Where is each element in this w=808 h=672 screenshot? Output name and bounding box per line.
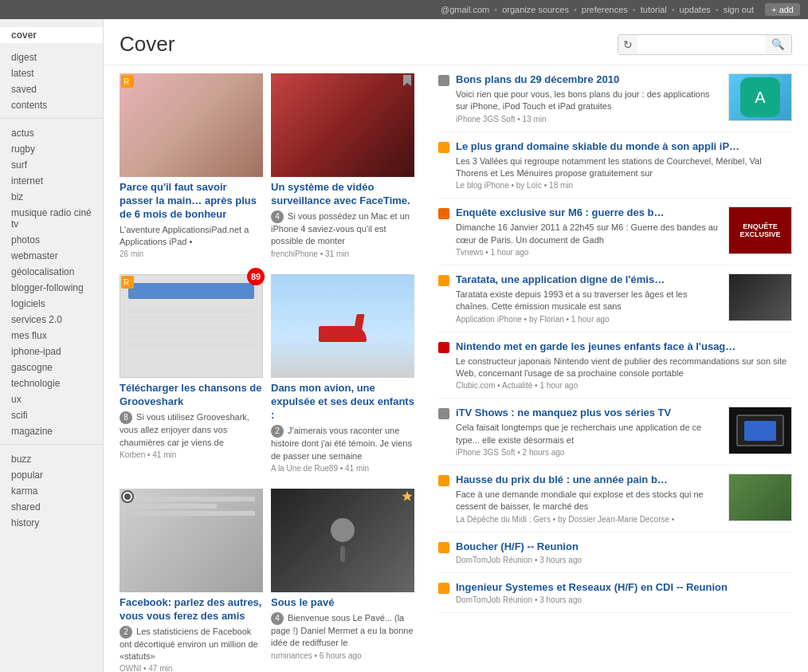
news-icon-2 (438, 142, 449, 153)
sidebar-item-logiciels[interactable]: logiciels (0, 296, 103, 312)
news-body-7: Hausse du prix du blé : une année pain b… (456, 474, 722, 524)
sidebar-item-contents[interactable]: contents (0, 97, 103, 113)
news-body-5: Nintendo met en garde les jeunes enfants… (456, 340, 792, 391)
card-text-2a: 8 Si vous utilisez Grooveshark, vous all… (120, 411, 263, 449)
news-icon-7 (438, 475, 449, 486)
topbar-signout[interactable]: sign out (724, 5, 755, 14)
news-icon-4 (438, 275, 449, 286)
news-icon-9 (438, 583, 449, 594)
news-meta-6: iPhone 3GS Soft • 2 hours ago (456, 448, 722, 457)
sidebar-divider-1 (0, 118, 103, 119)
news-title-3[interactable]: Enquête exclusive sur M6 : guerre des b… (456, 206, 722, 220)
topbar-organize[interactable]: organize sources (502, 5, 569, 14)
news-meta-2: Le blog iPhone • by Loïc • 18 min (456, 181, 792, 190)
news-meta-5: Clubic.com • Actualité • 1 hour ago (456, 381, 792, 390)
search-input[interactable] (637, 36, 765, 53)
card-item-3a: Facebook: parlez des autres, vous vous f… (120, 489, 263, 672)
sidebar-item-magazine[interactable]: magazine (0, 423, 103, 439)
news-body-1: Bons plans du 29 décembre 2010 Voici rie… (456, 73, 722, 124)
sidebar-item-mesflux[interactable]: mes flux (0, 328, 103, 344)
card-item-3b: Sous le pavé 4 Bienvenue sous Le Pavé...… (271, 489, 414, 672)
sidebar-item-iphone[interactable]: iphone-ipad (0, 344, 103, 360)
sidebar-item-biz[interactable]: biz (0, 189, 103, 205)
topbar-email: @gmail.com (441, 5, 489, 14)
sidebar-nav-mid: actus rugby surf internet biz musique ra… (0, 125, 103, 439)
sidebar-item-saved[interactable]: saved (0, 81, 103, 97)
sidebar-item-shared[interactable]: shared (0, 499, 103, 515)
news-title-1[interactable]: Bons plans du 29 décembre 2010 (456, 73, 722, 87)
card-item-2a: R Télécharg (120, 274, 263, 472)
card-row-2: 89 R (120, 274, 422, 472)
news-thumb-3: ENQUÊTEEXCLUSIVE (728, 206, 792, 254)
sidebar-item-rugby[interactable]: rugby (0, 141, 103, 157)
sidebar-item-gascogne[interactable]: gascogne (0, 360, 103, 375)
refresh-button[interactable]: ↻ (618, 35, 637, 54)
sidebar-item-webmaster[interactable]: webmaster (0, 248, 103, 264)
sidebar-item-geolocalisation[interactable]: géolocalisation (0, 264, 103, 280)
news-body-8: Boucher (H/F) -- Reunion DomTomJob Réuni… (456, 540, 792, 564)
news-title-9[interactable]: Ingenieur Systemes et Reseaux (H/F) en C… (456, 581, 792, 595)
news-title-6[interactable]: iTV Shows : ne manquez plus vos séries T… (456, 407, 722, 420)
news-meta-7: La Dépêche du Midi : Gers • by Dossier J… (456, 515, 722, 524)
news-title-5[interactable]: Nintendo met en garde les jeunes enfants… (456, 340, 792, 354)
news-thumb-7 (728, 474, 792, 521)
news-icon-1 (438, 75, 449, 86)
news-text-5: Le constructeur japonais Nintendo vient … (456, 356, 792, 380)
topbar-tutorial[interactable]: tutorial (641, 5, 667, 14)
sidebar-item-karma[interactable]: karma (0, 483, 103, 499)
news-text-1: Voici rien que pour vous, les bons plans… (456, 88, 722, 113)
card-title-1b[interactable]: Un système de vidéo surveillance avec Fa… (271, 181, 414, 208)
sidebar-item-history[interactable]: history (0, 515, 103, 531)
sidebar-item-actus[interactable]: actus (0, 125, 103, 141)
sidebar-item-ux[interactable]: ux (0, 391, 103, 407)
topbar-updates[interactable]: updates (680, 5, 711, 14)
content-area: R Parce qu'il faut savoir passer la main… (104, 65, 808, 672)
search-button[interactable]: 🔍 (765, 35, 791, 53)
news-title-2[interactable]: Le plus grand domaine skiable du monde à… (456, 140, 792, 154)
topbar-preferences[interactable]: preferences (582, 5, 628, 14)
card-text-1a: L'aventure ApplicationsiPad.net a Applic… (120, 224, 263, 249)
news-meta-4: Application iPhone • by Florian • 1 hour… (456, 315, 722, 324)
sidebar-item-popular[interactable]: popular (0, 467, 103, 483)
news-title-4[interactable]: Taratata, une application digne de l'émi… (456, 273, 722, 287)
sidebar-item-latest[interactable]: latest (0, 65, 103, 81)
sidebar-item-technologie[interactable]: technologie (0, 375, 103, 391)
card-title-2a[interactable]: Télécharger les chansons de Grooveshark (120, 382, 263, 409)
sidebar-item-cover[interactable]: cover (0, 27, 103, 43)
left-column: R Parce qu'il faut savoir passer la main… (120, 73, 422, 672)
card-image-1a (120, 73, 263, 177)
sidebar-item-blogger[interactable]: blogger-following (0, 280, 103, 296)
news-thumb-6 (728, 407, 792, 454)
card-title-3b[interactable]: Sous le pavé (271, 596, 414, 610)
sidebar-item-musique[interactable]: musique radio ciné tv (0, 205, 103, 232)
card-item-1a: R Parce qu'il faut savoir passer la main… (120, 73, 263, 258)
card-item-1b: Un système de vidéo surveillance avec Fa… (271, 73, 414, 258)
sidebar-item-services[interactable]: services 2.0 (0, 312, 103, 328)
card-title-2b[interactable]: Dans mon avion, une expulsée et ses deux… (271, 382, 414, 422)
add-button[interactable]: + add (765, 3, 800, 16)
news-item-7: Hausse du prix du blé : une année pain b… (438, 474, 792, 532)
news-title-8[interactable]: Boucher (H/F) -- Reunion (456, 540, 792, 554)
card-image-2a (120, 274, 263, 378)
card-image-1b (271, 73, 414, 177)
news-item-1: Bons plans du 29 décembre 2010 Voici rie… (438, 73, 792, 132)
news-body-6: iTV Shows : ne manquez plus vos séries T… (456, 407, 722, 457)
sidebar-divider-2 (0, 444, 103, 445)
card-title-1a[interactable]: Parce qu'il faut savoir passer la main… … (120, 181, 263, 222)
search-bar: ↻ 🔍 (618, 34, 792, 55)
news-body-9: Ingenieur Systemes et Reseaux (H/F) en C… (456, 581, 792, 605)
news-body-4: Taratata, une application digne de l'émi… (456, 273, 722, 324)
card-meta-1a: 26 min (120, 250, 263, 258)
news-title-7[interactable]: Hausse du prix du blé : une année pain b… (456, 474, 722, 487)
news-item-4: Taratata, une application digne de l'émi… (438, 273, 792, 332)
card-title-3a[interactable]: Facebook: parlez des autres, vous vous f… (120, 596, 263, 623)
sidebar-item-digest[interactable]: digest (0, 49, 103, 65)
sidebar-item-buzz[interactable]: buzz (0, 451, 103, 467)
sidebar-item-surf[interactable]: surf (0, 157, 103, 173)
rss-icon-2a: R (121, 276, 134, 289)
sidebar-item-scifi[interactable]: scifi (0, 407, 103, 423)
sidebar-item-photos[interactable]: photos (0, 232, 103, 248)
sidebar-item-internet[interactable]: internet (0, 173, 103, 189)
news-icon-8 (438, 542, 449, 553)
svg-text:R: R (124, 278, 129, 287)
